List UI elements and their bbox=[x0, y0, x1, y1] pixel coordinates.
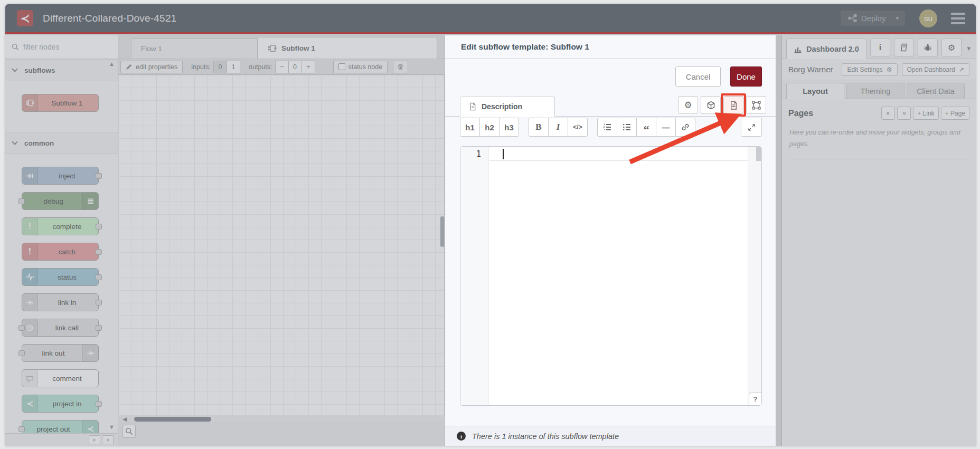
add-page-button[interactable]: + Page bbox=[941, 107, 969, 120]
description-editor[interactable]: 1 ? bbox=[460, 146, 762, 406]
description-button[interactable] bbox=[723, 96, 743, 114]
module-properties-button[interactable] bbox=[746, 96, 766, 114]
palette-scroll-down-icon[interactable]: ▼ bbox=[109, 424, 115, 430]
expand-all-button[interactable]: « bbox=[102, 435, 114, 444]
tab-description[interactable]: Description bbox=[460, 97, 555, 117]
editor-vscroll-thumb[interactable] bbox=[756, 147, 761, 161]
palette-scroll-up-icon[interactable]: ▲ bbox=[109, 61, 115, 67]
palette-section-common[interactable]: common bbox=[5, 132, 118, 154]
palette-node-subflow-1[interactable]: Subflow 1 bbox=[22, 94, 99, 112]
palette-node-link-in[interactable]: link in bbox=[22, 293, 99, 311]
move-up-button[interactable]: « bbox=[881, 107, 895, 120]
description-doc-icon bbox=[729, 101, 738, 110]
status-node-toggle[interactable]: status node bbox=[333, 61, 388, 73]
info-tab-button[interactable]: i bbox=[870, 39, 890, 56]
flow-canvas[interactable] bbox=[118, 75, 445, 415]
blockquote-button[interactable]: “ bbox=[636, 118, 656, 137]
node-port bbox=[18, 426, 25, 432]
palette-node-project-in[interactable]: ≺ project in bbox=[22, 395, 99, 413]
palette-filter-input[interactable] bbox=[23, 43, 102, 51]
tab-flow-1[interactable]: Flow 1 bbox=[131, 39, 258, 59]
ordered-list-button[interactable] bbox=[597, 118, 617, 137]
inputs-option-0[interactable]: 0 bbox=[213, 61, 227, 73]
palette-node-link-out[interactable]: link out bbox=[22, 344, 99, 362]
expand-editor-button[interactable] bbox=[741, 118, 762, 137]
help-tab-button[interactable] bbox=[894, 39, 914, 56]
link-button[interactable] bbox=[675, 118, 695, 137]
tab-theming[interactable]: Theming bbox=[846, 83, 904, 99]
deploy-dropdown[interactable]: ▾ bbox=[891, 15, 903, 22]
scroll-left-icon[interactable]: ◀ bbox=[123, 416, 127, 423]
search-icon bbox=[12, 43, 19, 51]
done-button[interactable]: Done bbox=[730, 66, 762, 87]
canvas-search-button[interactable] bbox=[123, 425, 136, 438]
inputs-option-1[interactable]: 1 bbox=[227, 61, 240, 73]
horizontal-rule-button[interactable]: — bbox=[656, 118, 676, 137]
markdown-toolbar: h1 h2 h3 B I </> “ — bbox=[460, 118, 762, 137]
main-menu-button[interactable] bbox=[951, 13, 965, 24]
settings-tab-button[interactable]: ⚙ bbox=[941, 39, 962, 56]
palette-node-link-call[interactable]: link call bbox=[22, 319, 99, 337]
palette-node-status[interactable]: status bbox=[22, 268, 99, 286]
status-node-checkbox[interactable] bbox=[338, 63, 345, 70]
link-in-icon bbox=[22, 294, 38, 311]
tab-client-data[interactable]: Client Data bbox=[907, 83, 965, 99]
palette-node-inject[interactable]: inject bbox=[22, 167, 99, 185]
unordered-list-button[interactable] bbox=[617, 118, 637, 137]
dashboard-header: Borg Warner Edit Settings ⚙ Open Dashboa… bbox=[782, 59, 976, 80]
properties-gear-button[interactable]: ⚙ bbox=[678, 96, 698, 114]
italic-button[interactable]: I bbox=[548, 118, 568, 137]
palette-node-catch[interactable]: ! catch bbox=[22, 243, 99, 261]
canvas-vscrollbar[interactable] bbox=[440, 216, 444, 247]
dialog-tab-icons: ⚙ bbox=[678, 96, 766, 114]
code-button[interactable]: </> bbox=[568, 118, 588, 137]
edit-subflow-dialog: Edit subflow template: Subflow 1 Cancel … bbox=[445, 35, 776, 446]
hscroll-thumb[interactable] bbox=[134, 417, 211, 422]
heading2-button[interactable]: h2 bbox=[479, 118, 500, 137]
document-icon bbox=[469, 102, 477, 111]
pencil-icon bbox=[126, 63, 133, 70]
outputs-value: 0 bbox=[288, 61, 302, 73]
palette-node-debug[interactable]: debug bbox=[22, 192, 99, 210]
double-chevron-down-icon: « bbox=[900, 111, 908, 115]
tab-subflow-1[interactable]: Subflow 1 bbox=[258, 37, 437, 59]
node-port bbox=[96, 325, 102, 331]
debug-tab-button[interactable] bbox=[918, 39, 938, 56]
workspace: Flow 1 Subflow 1 edit properties inputs:… bbox=[118, 35, 445, 446]
move-down-button[interactable]: « bbox=[897, 107, 911, 120]
delete-subflow-button[interactable] bbox=[393, 61, 408, 73]
open-dashboard-button[interactable]: Open Dashboard ↗ bbox=[902, 63, 969, 76]
edit-properties-button[interactable]: edit properties bbox=[120, 61, 183, 73]
tab-layout[interactable]: Layout bbox=[786, 83, 844, 99]
editor-help-button[interactable]: ? bbox=[749, 393, 762, 406]
browser-window: ≺ Different-Collared-Dove-4521 Deploy ▾ … bbox=[0, 0, 980, 449]
heading1-button[interactable]: h1 bbox=[460, 118, 480, 137]
editor-content[interactable] bbox=[489, 147, 761, 405]
edit-settings-button[interactable]: Edit Settings ⚙ bbox=[842, 63, 897, 76]
palette-node-comment[interactable]: comment bbox=[22, 369, 99, 387]
double-chevron-up-icon: « bbox=[884, 111, 892, 115]
collapse-all-button[interactable]: « bbox=[89, 435, 100, 444]
outputs-plus-button[interactable]: + bbox=[301, 61, 315, 73]
user-avatar[interactable]: su bbox=[919, 9, 937, 27]
palette-section-subflows[interactable]: subflows bbox=[5, 59, 118, 81]
pages-help-text: Here you can re-order and move your widg… bbox=[789, 127, 968, 150]
canvas-hscrollbar[interactable]: ◀ bbox=[118, 415, 445, 423]
cancel-button[interactable]: Cancel bbox=[675, 66, 721, 87]
tab-dashboard-2[interactable]: Dashboard 2.0 bbox=[786, 39, 866, 59]
debug-icon bbox=[82, 193, 98, 209]
outputs-minus-button[interactable]: − bbox=[275, 61, 289, 73]
node-port bbox=[96, 274, 102, 280]
search-icon bbox=[125, 427, 133, 435]
add-link-button[interactable]: + Link bbox=[913, 107, 938, 120]
heading3-button[interactable]: h3 bbox=[499, 118, 519, 137]
bold-button[interactable]: B bbox=[529, 118, 549, 137]
deploy-button[interactable]: Deploy ▾ bbox=[840, 10, 906, 27]
ordered-list-icon bbox=[603, 123, 611, 131]
palette-node-complete[interactable]: ! complete bbox=[22, 217, 99, 235]
sidebar-menu-caret[interactable]: ▾ bbox=[967, 44, 970, 52]
appearance-button[interactable] bbox=[701, 96, 721, 114]
instance-count-text: There is 1 instance of this subflow temp… bbox=[472, 432, 619, 441]
link-icon bbox=[681, 123, 690, 131]
text-cursor bbox=[503, 149, 504, 159]
